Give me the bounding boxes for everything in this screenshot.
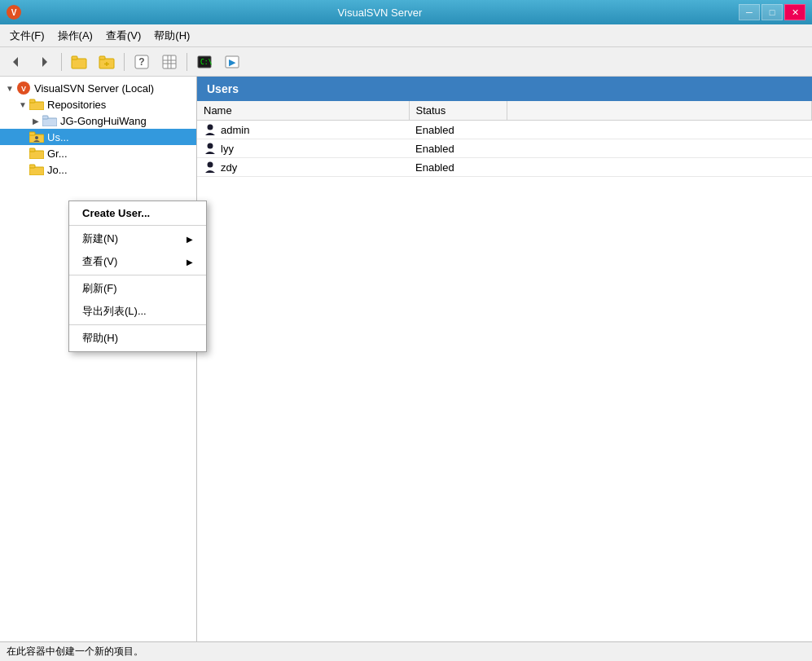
ctx-sep-2 <box>69 275 206 275</box>
menu-help[interactable]: 帮助(H) <box>147 26 196 46</box>
title-bar: V VisualSVN Server ─ □ ✕ <box>0 0 812 24</box>
user-lyy-status: Enabled <box>409 139 507 158</box>
svg-rect-26 <box>42 116 48 119</box>
ctx-new[interactable]: 新建(N) ▶ <box>69 227 206 250</box>
toolbar-sep-2 <box>124 53 125 71</box>
table-row[interactable]: lyy Enabled <box>197 139 812 158</box>
ctx-create-user-label: Create User... <box>82 207 150 219</box>
ctx-help[interactable]: 帮助(H) <box>69 327 206 350</box>
svg-text:?: ? <box>138 56 144 68</box>
svg-rect-12 <box>163 55 176 68</box>
forward-button[interactable] <box>31 50 57 74</box>
browse-button[interactable] <box>66 50 92 74</box>
svg-text:▶: ▶ <box>229 57 236 67</box>
user-zdy-label: zdy <box>221 161 237 174</box>
status-bar: 在此容器中创建一个新的项目。 <box>0 641 812 661</box>
main-layout: ▼ V VisualSVN Server (Local) ▼ Repositor… <box>0 77 812 641</box>
expander-repos: ▼ <box>16 98 29 111</box>
back-button[interactable] <box>3 50 29 74</box>
toolbar-sep-1 <box>61 53 62 71</box>
user-admin-icon <box>204 123 217 136</box>
forward-icon <box>37 55 50 68</box>
ctx-sep-3 <box>69 324 206 325</box>
sidebar: ▼ V VisualSVN Server (Local) ▼ Repositor… <box>0 77 197 641</box>
menu-action[interactable]: 操作(A) <box>51 26 99 46</box>
svg-text:V: V <box>11 8 17 17</box>
svg-text:C:\: C:\ <box>200 59 212 66</box>
svg-rect-7 <box>99 56 105 59</box>
folder-button[interactable] <box>94 50 120 74</box>
server-label: VisualSVN Server (Local) <box>34 82 154 95</box>
user-admin-status: Enabled <box>409 121 507 139</box>
user-admin-extra <box>507 121 812 139</box>
svg-point-36 <box>208 162 213 168</box>
grid-icon <box>162 55 177 69</box>
repos-folder-icon <box>29 99 44 110</box>
svg-rect-28 <box>29 132 35 135</box>
sidebar-item-repos[interactable]: ▼ Repositories <box>0 96 196 112</box>
svg-rect-33 <box>29 165 35 168</box>
context-menu: Create User... 新建(N) ▶ 查看(V) ▶ 刷新(F) 导出列… <box>68 201 207 352</box>
window-controls: ─ □ ✕ <box>739 4 805 20</box>
expander-users <box>16 130 29 143</box>
ctx-help-label: 帮助(H) <box>82 331 118 346</box>
title-bar-left: V <box>7 5 21 20</box>
status-text: 在此容器中创建一个新的项目。 <box>7 645 143 659</box>
sidebar-item-jobs[interactable]: Jo... <box>0 161 196 178</box>
ctx-new-arrow: ▶ <box>187 235 193 244</box>
ctx-refresh[interactable]: 刷新(F) <box>69 277 206 300</box>
user-lyy-extra <box>507 139 812 158</box>
svg-rect-5 <box>72 56 77 59</box>
table-row[interactable]: zdy Enabled <box>197 158 812 177</box>
svg-rect-31 <box>29 148 35 152</box>
table-row[interactable]: admin Enabled <box>197 121 812 139</box>
folder-icon <box>99 55 115 69</box>
sidebar-item-users[interactable]: Us... <box>0 129 196 145</box>
app-icon: V <box>7 5 21 20</box>
col-name: Name <box>197 101 409 121</box>
ctx-export-label: 导出列表(L)... <box>82 304 147 319</box>
users-table: Name Status admin <box>197 101 812 177</box>
repo-icon <box>42 115 57 126</box>
user-zdy-name: zdy <box>197 158 409 177</box>
minimize-button[interactable]: ─ <box>739 4 760 20</box>
toolbar: ? C:\ ▶ <box>0 47 812 77</box>
help-icon: ? <box>134 55 149 69</box>
svg-point-35 <box>208 143 213 149</box>
terminal-button[interactable]: C:\ <box>191 50 217 74</box>
ctx-new-label: 新建(N) <box>82 231 118 246</box>
repo1-label: JG-GongHuiWang <box>60 115 147 127</box>
run-icon: ▶ <box>225 55 239 69</box>
table-header-row: Name Status <box>197 101 812 121</box>
ctx-export[interactable]: 导出列表(L)... <box>69 300 206 323</box>
groups-label: Gr... <box>47 148 68 160</box>
menu-file[interactable]: 文件(F) <box>3 26 51 46</box>
users-folder-icon <box>29 131 44 143</box>
maximize-button[interactable]: □ <box>762 4 783 20</box>
menu-view[interactable]: 查看(V) <box>99 26 147 46</box>
expander-groups <box>16 147 29 160</box>
sidebar-item-server[interactable]: ▼ V VisualSVN Server (Local) <box>0 80 196 96</box>
col-status: Status <box>409 101 507 121</box>
sidebar-item-groups[interactable]: Gr... <box>0 145 196 161</box>
back-icon <box>10 55 23 68</box>
ctx-view[interactable]: 查看(V) ▶ <box>69 250 206 273</box>
user-lyy-icon <box>204 142 217 155</box>
close-button[interactable]: ✕ <box>784 4 805 20</box>
svg-marker-2 <box>13 57 18 67</box>
content-area: Users Name Status <box>197 77 812 641</box>
ctx-create-user[interactable]: Create User... <box>69 203 206 223</box>
svg-marker-3 <box>42 57 47 67</box>
run-button[interactable]: ▶ <box>219 50 245 74</box>
toolbar-sep-3 <box>187 53 187 71</box>
user-zdy-status: Enabled <box>409 158 507 177</box>
grid-button[interactable] <box>156 50 182 74</box>
menu-bar: 文件(F) 操作(A) 查看(V) 帮助(H) <box>0 24 812 47</box>
col-extra <box>507 101 812 121</box>
jobs-label: Jo... <box>47 164 68 176</box>
sidebar-item-repo1[interactable]: ▶ JG-GongHuiWang <box>0 112 196 129</box>
user-lyy-name: lyy <box>197 139 409 158</box>
help-button[interactable]: ? <box>129 50 155 74</box>
jobs-folder-icon <box>29 164 44 175</box>
repos-label: Repositories <box>47 99 106 111</box>
